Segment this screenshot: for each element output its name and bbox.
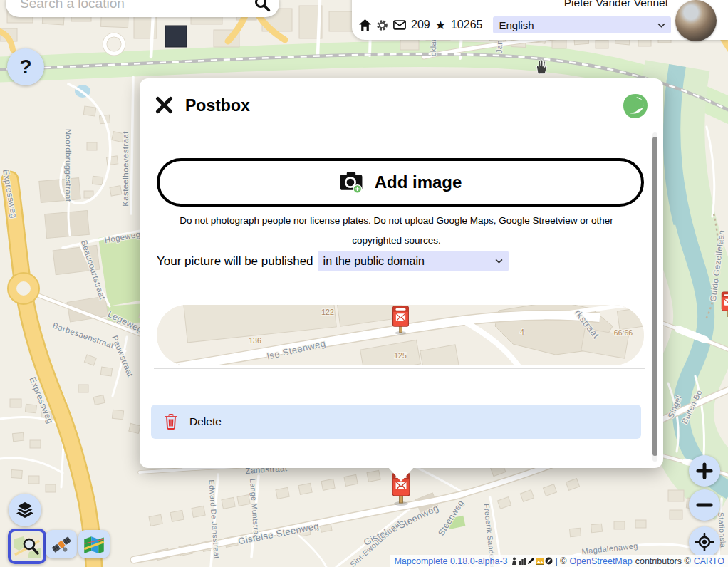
map-style-osm-button[interactable] <box>8 529 46 564</box>
home-icon[interactable] <box>359 19 371 31</box>
language-select[interactable]: English <box>493 16 671 33</box>
search-bar[interactable]: Search a location <box>6 0 279 17</box>
attribution-bar: Mapcomplete 0.18.0-alpha-3 | © OpenStree… <box>390 555 728 567</box>
mapcomplete-logo-icon <box>622 93 649 120</box>
help-label: ? <box>19 56 31 78</box>
delete-button[interactable]: Delete <box>151 405 641 439</box>
close-icon[interactable] <box>155 95 174 115</box>
image-disclaimer: Do not photograph people nor license pla… <box>161 211 632 251</box>
postbox-marker-edge[interactable] <box>719 291 728 322</box>
chevron-down-icon <box>657 23 665 28</box>
geolocate-button[interactable] <box>689 526 720 558</box>
delete-label: Delete <box>189 415 222 428</box>
attribution-separator: | © <box>556 556 567 566</box>
dialog-scrollbar-thumb[interactable] <box>652 137 657 456</box>
stats-icon <box>519 557 526 565</box>
osm-style-icon <box>14 535 41 558</box>
attribution-icons <box>511 557 553 565</box>
avatar[interactable] <box>675 0 717 41</box>
license-prefix: Your picture will be published <box>157 254 313 269</box>
license-row: Your picture will be published in the pu… <box>157 251 509 271</box>
image-icon <box>536 558 544 565</box>
dialog-header: Postbox <box>140 78 663 130</box>
map-style-map-button[interactable] <box>78 530 110 558</box>
carto-link[interactable]: CARTO <box>694 556 724 566</box>
add-image-label: Add image <box>375 172 462 192</box>
folded-map-icon <box>83 536 105 553</box>
map-style-satellite-button[interactable] <box>46 530 77 558</box>
statue-icon <box>511 557 518 565</box>
mail-icon[interactable] <box>393 20 406 30</box>
layers-icon <box>15 501 35 520</box>
license-select[interactable]: in the public domain <box>318 251 509 271</box>
satellite-icon <box>51 534 72 555</box>
gear-icon[interactable] <box>376 19 388 31</box>
dialog-pointer <box>388 467 415 482</box>
minimap[interactable]: 122136125466:66lse Steenwegrkstraat <box>157 305 644 365</box>
help-button[interactable]: ? <box>7 48 44 85</box>
compass-icon <box>545 557 553 565</box>
layers-button[interactable] <box>9 494 41 526</box>
osm-link[interactable]: OpenStreetMap <box>569 556 632 566</box>
star-icon: ★ <box>435 19 446 31</box>
grab-hand-cursor <box>531 57 550 78</box>
minus-icon <box>696 496 713 514</box>
attribution-middle: contributors © <box>635 556 691 566</box>
mapcomplete-version-link[interactable]: Mapcomplete 0.18.0-alpha-3 <box>394 556 507 566</box>
trash-icon <box>164 414 178 430</box>
zoom-out-button[interactable] <box>689 489 720 521</box>
plus-icon <box>696 462 713 479</box>
chevron-down-icon <box>495 259 503 264</box>
message-count: 209 <box>411 19 430 31</box>
zoom-in-button[interactable] <box>689 455 720 487</box>
add-image-button[interactable]: Add image <box>157 158 644 207</box>
user-name[interactable]: Pieter Vander Vennet <box>564 0 668 9</box>
search-input[interactable]: Search a location <box>20 0 254 11</box>
pencil-icon <box>527 557 535 565</box>
postbox-dialog: Postbox Add image Do not photograph peop… <box>140 78 663 468</box>
camera-plus-icon <box>339 171 365 194</box>
dialog-title: Postbox <box>185 96 250 115</box>
search-icon[interactable] <box>254 0 271 12</box>
crosshair-icon <box>695 533 714 551</box>
star-count: 10265 <box>451 19 483 31</box>
divider <box>154 368 645 369</box>
user-panel: Pieter Vander Vennet 209 ★ 10265 English <box>352 0 728 40</box>
